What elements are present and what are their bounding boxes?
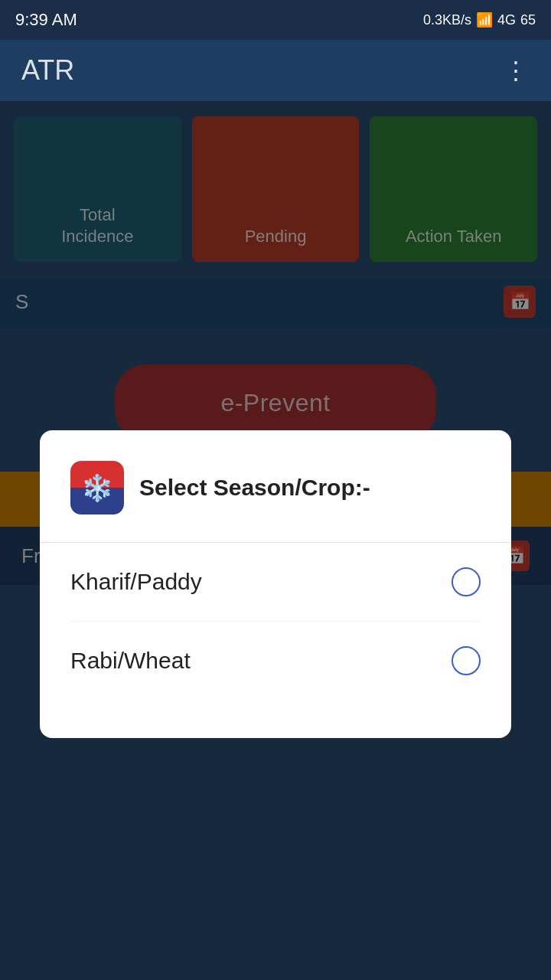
season-crop-dialog: ❄️ Select Season/Crop:- Kharif/Paddy Rab… bbox=[40, 430, 511, 738]
menu-button[interactable]: ⋮ bbox=[504, 56, 530, 85]
status-bar: 9:39 AM 0.3KB/s 📶 4G 65 bbox=[0, 0, 551, 40]
app-title: ATR bbox=[21, 54, 74, 87]
signal-icon: 📶 bbox=[476, 11, 493, 28]
network-type: 4G bbox=[497, 12, 516, 28]
app-bar: ATR ⋮ bbox=[0, 40, 551, 101]
dialog-title: Select Season/Crop:- bbox=[139, 475, 370, 501]
rabi-wheat-radio[interactable] bbox=[452, 646, 481, 675]
network-speed: 0.3KB/s bbox=[423, 12, 471, 28]
rabi-wheat-label: Rabi/Wheat bbox=[70, 648, 191, 674]
main-content: TotalIncidence Pending Action Taken S 📅 … bbox=[0, 101, 551, 980]
dialog-icon: ❄️ bbox=[70, 461, 124, 514]
status-right: 0.3KB/s 📶 4G 65 bbox=[423, 11, 536, 28]
kharif-paddy-option[interactable]: Kharif/Paddy bbox=[70, 543, 481, 622]
kharif-paddy-label: Kharif/Paddy bbox=[70, 569, 202, 595]
battery-label: 65 bbox=[520, 12, 536, 28]
kharif-paddy-radio[interactable] bbox=[452, 567, 481, 596]
rabi-wheat-option[interactable]: Rabi/Wheat bbox=[70, 622, 481, 700]
status-time: 9:39 AM bbox=[15, 10, 77, 30]
dialog-header: ❄️ Select Season/Crop:- bbox=[70, 461, 481, 514]
